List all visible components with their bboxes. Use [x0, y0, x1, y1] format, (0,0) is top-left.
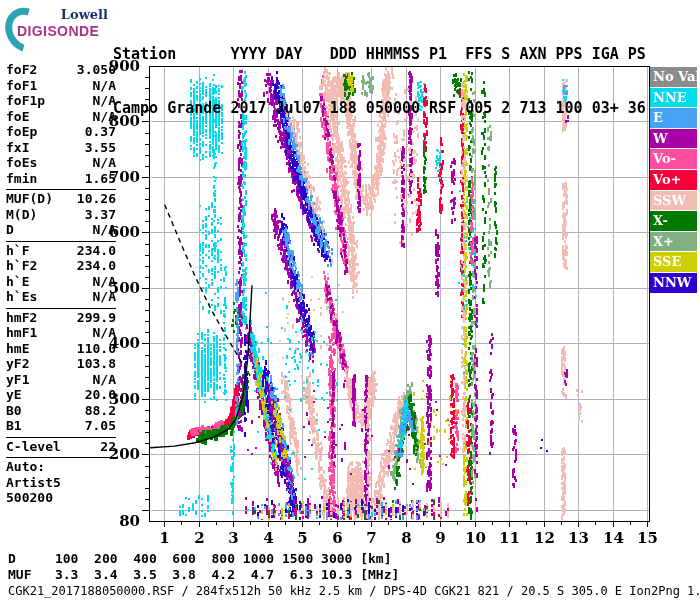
parameter-label: fmin: [6, 171, 37, 187]
parameter-row: foF23.050: [6, 62, 116, 78]
parameter-row: yE20.0: [6, 387, 116, 403]
parameter-label: hmF1: [6, 325, 37, 341]
parameter-label: C-level: [6, 439, 61, 455]
parameter-label: hmE: [6, 341, 29, 357]
parameter-group: Auto:Artist5500200: [6, 458, 116, 509]
legend-item-nne: NNE: [650, 88, 697, 108]
parameter-label: Artist5: [6, 475, 61, 491]
parameter-value: N/A: [93, 372, 116, 388]
parameter-label: B0: [6, 403, 22, 419]
parameter-row: fmin1.65: [6, 171, 116, 187]
legend-item-x-: X-: [650, 211, 697, 231]
parameter-row: B17.05: [6, 418, 116, 434]
parameter-label: hmF2: [6, 310, 37, 326]
digisonde-logo: Lowell DIGISONDE: [8, 6, 114, 50]
parameter-value: 103.8: [77, 356, 116, 372]
parameter-label: yF1: [6, 372, 29, 388]
parameter-row: MUF(D)10.26: [6, 191, 116, 207]
parameter-value: N/A: [93, 93, 116, 109]
parameter-label: yE: [6, 387, 22, 403]
legend-item-no-val: No Val: [650, 67, 697, 87]
parameter-label: 500200: [6, 490, 53, 506]
legend-item-w: W: [650, 129, 697, 149]
parameter-value: 10.26: [77, 191, 116, 207]
parameter-row: foEN/A: [6, 109, 116, 125]
parameter-row: Auto:: [6, 459, 116, 475]
parameter-row: C-level22: [6, 439, 116, 455]
parameter-value: N/A: [93, 155, 116, 171]
parameter-row: foEsN/A: [6, 155, 116, 171]
parameter-row: B088.2: [6, 403, 116, 419]
parameter-value: N/A: [93, 289, 116, 305]
logo-lowell-text: Lowell: [61, 7, 108, 22]
parameter-row: h`F234.0: [6, 243, 116, 259]
parameter-label: foEs: [6, 155, 37, 171]
parameter-row: Artist5: [6, 475, 116, 491]
legend-item-x-: X+: [650, 232, 697, 252]
parameter-label: foE: [6, 109, 29, 125]
parameter-label: foF1p: [6, 93, 45, 109]
parameter-row: yF1N/A: [6, 372, 116, 388]
parameter-label: h`F2: [6, 258, 37, 274]
parameter-panel: foF23.050foF1N/AfoF1pN/AfoEN/AfoEp0.37fx…: [6, 61, 116, 509]
parameter-label: B1: [6, 418, 22, 434]
parameter-row: foF1pN/A: [6, 93, 116, 109]
legend: No ValNNEEWVo-Vo+SSWX-X+SSENNW: [650, 67, 697, 294]
parameter-row: h`EsN/A: [6, 289, 116, 305]
parameter-label: M(D): [6, 207, 37, 223]
parameter-group: hmF2299.9hmF1N/AhmE110.0yF2103.8yF1N/AyE…: [6, 309, 116, 438]
legend-item-nnw: NNW: [650, 273, 697, 293]
parameter-row: yF2103.8: [6, 356, 116, 372]
parameter-label: D: [6, 222, 14, 238]
parameter-row: foF1N/A: [6, 78, 116, 94]
parameter-label: foEp: [6, 124, 37, 140]
parameter-row: 500200: [6, 490, 116, 506]
parameter-value: 0.37: [85, 124, 116, 140]
parameter-value: N/A: [93, 78, 116, 94]
parameter-label: MUF(D): [6, 191, 53, 207]
parameter-row: foEp0.37: [6, 124, 116, 140]
parameter-label: fxI: [6, 140, 29, 156]
parameter-row: DN/A: [6, 222, 116, 238]
parameter-row: fxI3.55: [6, 140, 116, 156]
parameter-value: 234.0: [77, 243, 116, 259]
dmuf-table: D 100 200 400 600 800 1000 1500 3000 [km…: [8, 551, 399, 582]
legend-item-ssw: SSW: [650, 191, 697, 211]
parameter-group: h`F234.0h`F2234.0h`EN/Ah`EsN/A: [6, 242, 116, 309]
parameter-value: 3.050: [77, 62, 116, 78]
parameter-label: h`Es: [6, 289, 37, 305]
parameter-value: N/A: [93, 222, 116, 238]
parameter-value: 3.37: [85, 207, 116, 223]
parameter-label: foF1: [6, 78, 37, 94]
parameter-group: C-level22: [6, 438, 116, 459]
legend-item-vo-: Vo+: [650, 170, 697, 190]
parameter-value: 22: [100, 439, 116, 455]
logo-digisonde-text: DIGISONDE: [17, 23, 99, 39]
legend-item-sse: SSE: [650, 252, 697, 272]
parameter-label: foF2: [6, 62, 37, 78]
parameter-row: hmE110.0: [6, 341, 116, 357]
parameter-value: 20.0: [85, 387, 116, 403]
parameter-group: foF23.050foF1N/AfoF1pN/AfoEN/AfoEp0.37fx…: [6, 61, 116, 190]
parameter-row: hmF1N/A: [6, 325, 116, 341]
parameter-row: hmF2299.9: [6, 310, 116, 326]
parameter-value: 1.65: [85, 171, 116, 187]
parameter-value: N/A: [93, 325, 116, 341]
header-station-values: Campo Grande 2017 Jul07 188 050000 RSF 0…: [113, 99, 646, 117]
parameter-value: N/A: [93, 274, 116, 290]
parameter-row: h`EN/A: [6, 274, 116, 290]
parameter-value: 7.05: [85, 418, 116, 434]
parameter-label: yF2: [6, 356, 29, 372]
station-header: Station YYYY DAY DDD HHMMSS P1 FFS S AXN…: [113, 9, 646, 153]
legend-item-vo-: Vo-: [650, 149, 697, 169]
parameter-value: 88.2: [85, 403, 116, 419]
parameter-value: 3.55: [85, 140, 116, 156]
parameter-label: h`F: [6, 243, 29, 259]
parameter-row: h`F2234.0: [6, 258, 116, 274]
parameter-value: 299.9: [77, 310, 116, 326]
footer-status-line: CGK21_2017188050000.RSF / 284fx512h 50 k…: [8, 584, 700, 598]
digisonde-ionogram-viewer: Lowell DIGISONDE Station YYYY DAY DDD HH…: [0, 0, 700, 600]
legend-item-e: E: [650, 108, 697, 128]
parameter-group: MUF(D)10.26M(D)3.37DN/A: [6, 190, 116, 242]
header-column-titles: Station YYYY DAY DDD HHMMSS P1 FFS S AXN…: [113, 45, 646, 63]
